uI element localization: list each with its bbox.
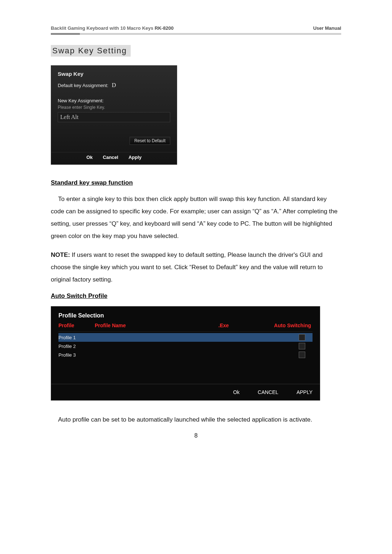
header-right: User Manual — [313, 25, 341, 31]
new-assignment-label: New Key Assignment: — [58, 98, 170, 103]
header-left: Backlit Gaming Keyboard with 10 Macro Ke… — [51, 25, 173, 31]
reset-to-default-button[interactable]: Reset to Default — [130, 137, 170, 145]
profile-rows: Profile 1Profile 2Profile 3 — [58, 333, 313, 384]
header-model: RK-8200 — [155, 25, 173, 31]
auto-switch-checkbox[interactable] — [299, 343, 305, 349]
page-header: Backlit Gaming Keyboard with 10 Macro Ke… — [51, 25, 341, 31]
default-assignment-row: Default key Assignment: D — [58, 82, 170, 89]
new-assignment-hint: Please enter Single Key. — [58, 105, 170, 110]
table-row[interactable]: Profile 1 — [58, 333, 313, 342]
header-auto-switching: Auto Switching — [258, 323, 313, 328]
swap-apply-button[interactable]: Apply — [128, 155, 142, 160]
default-assignment-label: Default key Assignment: — [58, 83, 108, 88]
swap-ok-button[interactable]: Ok — [86, 155, 93, 160]
profile-ok-button[interactable]: Ok — [233, 389, 240, 395]
header-profile-name: Profile Name — [95, 323, 189, 328]
profile-label: Profile 2 — [58, 344, 95, 349]
swap-dialog-title: Swap Key — [58, 71, 170, 77]
section-title: Swap Key Setting — [51, 45, 131, 57]
default-assignment-value: D — [112, 82, 116, 88]
paragraph-note: NOTE: If users want to reset the swapped… — [51, 249, 341, 286]
profile-dialog-actions: Ok CANCEL APPLY — [51, 384, 320, 400]
header-exe: .Exe — [189, 323, 258, 328]
profile-cancel-button[interactable]: CANCEL — [258, 389, 278, 395]
swap-key-dialog: Swap Key Default key Assignment: D New K… — [51, 65, 177, 165]
note-label: NOTE: — [51, 251, 70, 258]
note-text: If users want to reset the swapped key t… — [51, 251, 323, 283]
paragraph-standard-swap: To enter a single key to this box then c… — [51, 193, 341, 242]
page-number: 8 — [51, 432, 341, 439]
swap-dialog-actions: Ok Cancel Apply — [51, 152, 177, 161]
auto-switch-checkbox[interactable] — [299, 352, 305, 358]
table-row[interactable]: Profile 3 — [58, 350, 313, 359]
profile-selection-dialog: Profile Selection Profile Profile Name .… — [51, 306, 320, 401]
header-product: Backlit Gaming Keyboard with 10 Macro Ke… — [51, 25, 155, 31]
subheading-standard-swap: Standard key swap function — [51, 179, 341, 186]
auto-switch-checkbox[interactable] — [299, 334, 305, 341]
profile-table-header: Profile Profile Name .Exe Auto Switching — [58, 323, 313, 332]
swap-cancel-button[interactable]: Cancel — [103, 155, 118, 160]
profile-label: Profile 1 — [58, 335, 95, 340]
subheading-auto-switch: Auto Switch Profile — [51, 292, 341, 300]
profile-dialog-title: Profile Selection — [58, 312, 313, 319]
profile-label: Profile 3 — [58, 352, 95, 358]
header-rule — [51, 33, 341, 35]
header-profile: Profile — [58, 323, 95, 328]
table-row[interactable]: Profile 2 — [58, 342, 313, 350]
new-assignment-input[interactable] — [58, 112, 170, 122]
profile-apply-button[interactable]: APPLY — [297, 389, 313, 395]
paragraph-auto-switch: Auto profile can be set to be automatica… — [51, 414, 341, 426]
